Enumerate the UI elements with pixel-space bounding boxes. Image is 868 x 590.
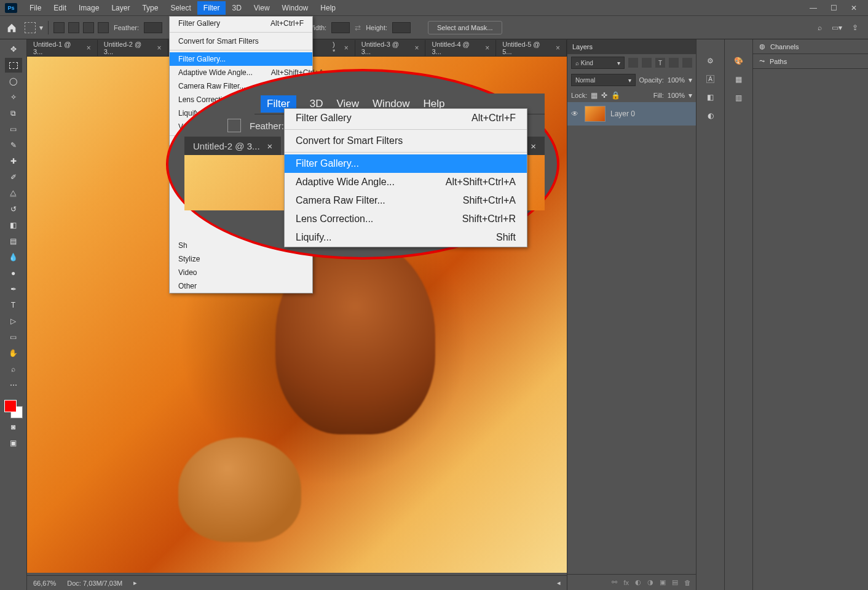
select-and-mask-button[interactable]: Select and Mask...	[428, 21, 502, 34]
zoom-item-adaptive-wide[interactable]: Adaptive Wide Angle...Alt+Shift+Ctrl+A	[285, 173, 527, 191]
move-tool-icon[interactable]: ✥	[5, 42, 22, 57]
width-input[interactable]	[331, 22, 350, 33]
history-brush-icon[interactable]: ↺	[5, 202, 22, 217]
menu-item-video[interactable]: Video	[170, 266, 312, 279]
screen-mode-icon[interactable]: ▣	[5, 436, 22, 450]
close-icon[interactable]: ×	[267, 141, 273, 151]
menu-3d[interactable]: 3D	[226, 1, 247, 15]
marquee-tool-icon[interactable]	[5, 58, 22, 73]
close-icon[interactable]: ×	[556, 44, 560, 52]
close-icon[interactable]: ×	[414, 44, 419, 52]
close-icon[interactable]: ×	[531, 141, 536, 151]
new-layer-icon[interactable]: ▤	[672, 578, 678, 586]
layer-fx-icon[interactable]: fx	[623, 579, 629, 586]
clone-stamp-icon[interactable]: ⧋	[5, 186, 22, 201]
zoom-item-camera-raw[interactable]: Camera Raw Filter...Shift+Ctrl+A	[285, 191, 527, 210]
lock-all-icon[interactable]: 🔒	[611, 91, 620, 100]
close-icon[interactable]: ×	[485, 44, 489, 52]
blur-tool-icon[interactable]: 💧	[5, 250, 22, 265]
menu-item-filter-gallery[interactable]: Filter Gallery...	[170, 52, 312, 66]
swap-icon[interactable]: ⇄	[355, 23, 361, 32]
eraser-tool-icon[interactable]: ◧	[5, 218, 22, 233]
healing-brush-icon[interactable]: ✚	[5, 154, 22, 169]
zoom-item-convert-smart[interactable]: Convert for Smart Filters	[285, 132, 527, 150]
doc-size[interactable]: Doc: 7,03M/7,03M	[67, 580, 122, 587]
dodge-tool-icon[interactable]: ●	[5, 266, 22, 281]
group-icon[interactable]: ▣	[660, 578, 666, 586]
tab-hidden-marker[interactable]: ) *×	[326, 40, 355, 56]
filter-smart-icon[interactable]	[682, 58, 692, 68]
crop-tool-icon[interactable]: ⧉	[5, 106, 22, 121]
menu-view[interactable]: View	[248, 1, 276, 15]
home-icon[interactable]	[4, 20, 20, 36]
chevron-down-icon[interactable]: ▾	[39, 23, 43, 32]
glyphs-icon[interactable]: A	[706, 75, 714, 83]
tab-untitled-2[interactable]: Untitled-2 @ 3...×	[98, 40, 168, 56]
shape-tool-icon[interactable]: ▭	[5, 330, 22, 345]
adjustment-layer-icon[interactable]: ◑	[647, 578, 653, 586]
layer-kind-filter[interactable]: ⌕ Kind▾	[571, 57, 625, 69]
close-icon[interactable]: ✕	[851, 4, 857, 12]
visibility-icon[interactable]: 👁	[571, 110, 580, 118]
quick-mask-icon[interactable]: ◙	[5, 420, 22, 434]
maximize-icon[interactable]: ☐	[831, 4, 837, 12]
zoom-item-filter-gallery[interactable]: Filter Gallery...	[285, 154, 527, 173]
feather-input[interactable]	[144, 22, 162, 33]
layer-name[interactable]: Layer 0	[610, 110, 635, 118]
menu-window[interactable]: Window	[276, 1, 315, 15]
layers-panel-header[interactable]: Layers	[567, 39, 696, 54]
lasso-tool-icon[interactable]: ◯	[5, 74, 22, 89]
tab-untitled-5[interactable]: Untitled-5 @ 5...×	[496, 40, 567, 56]
minimize-icon[interactable]: —	[810, 4, 817, 12]
tab-untitled-3[interactable]: Untitled-3 @ 3...×	[355, 40, 426, 56]
zoom-level[interactable]: 66,67%	[33, 580, 56, 587]
lock-pixels-icon[interactable]: ▦	[591, 91, 598, 100]
layer-thumbnail[interactable]	[585, 106, 606, 122]
zoom-item-lens-correction[interactable]: Lens Correction...Shift+Ctrl+R	[285, 210, 527, 228]
filter-shape-icon[interactable]	[669, 58, 679, 68]
filter-pixel-icon[interactable]	[628, 58, 638, 68]
menu-type[interactable]: Type	[136, 1, 164, 15]
menu-item-convert-smart[interactable]: Convert for Smart Filters	[170, 34, 312, 48]
path-select-icon[interactable]: ▷	[5, 314, 22, 329]
menu-filter[interactable]: Filter	[197, 1, 226, 15]
menu-item-last-filter[interactable]: Filter GalleryAlt+Ctrl+F	[170, 17, 312, 30]
subtract-selection-icon[interactable]	[83, 22, 94, 33]
tab-untitled-1[interactable]: Untitled-1 @ 3...×	[27, 40, 98, 56]
layer-mask-icon[interactable]: ◐	[635, 578, 641, 586]
zoom-item-liquify[interactable]: Liquify...Shift	[285, 228, 527, 247]
frame-tool-icon[interactable]: ▭	[5, 122, 22, 137]
close-icon[interactable]: ×	[87, 44, 91, 52]
scroll-left-icon[interactable]: ◂	[557, 579, 561, 587]
link-layers-icon[interactable]: ⚯	[612, 578, 617, 586]
magic-wand-icon[interactable]: ✧	[5, 90, 22, 105]
menu-item-stylize[interactable]: Stylize	[170, 252, 312, 266]
opacity-value[interactable]: 100%	[668, 76, 685, 84]
blend-mode-select[interactable]: Normal▾	[571, 74, 636, 86]
adjustments-icon[interactable]: ⚙	[707, 57, 714, 65]
gradient-tool-icon[interactable]: ▤	[5, 234, 22, 249]
color-swatch[interactable]	[4, 400, 23, 418]
menu-item-other[interactable]: Other	[170, 279, 312, 293]
libraries-icon[interactable]: ▥	[735, 94, 742, 102]
properties-icon[interactable]: ◐	[708, 111, 714, 120]
menu-image[interactable]: Image	[73, 1, 105, 15]
intersect-selection-icon[interactable]	[98, 22, 109, 33]
delete-layer-icon[interactable]: 🗑	[684, 579, 691, 586]
zoom-tab[interactable]: Untitled-2 @ 3...×	[184, 137, 281, 155]
close-icon[interactable]: ×	[344, 44, 349, 52]
styles-icon[interactable]: ◧	[707, 93, 714, 102]
zoom-item-last-filter[interactable]: Filter GalleryAlt+Ctrl+F	[285, 109, 527, 127]
new-selection-icon[interactable]	[53, 22, 65, 33]
pen-tool-icon[interactable]: ✒	[5, 282, 22, 297]
search-icon[interactable]: ⌕	[818, 23, 822, 32]
tab-untitled-4[interactable]: Untitled-4 @ 3...×	[425, 40, 496, 56]
filter-adjust-icon[interactable]	[642, 58, 652, 68]
workspace-icon[interactable]: ▭▾	[832, 23, 842, 32]
zoom-intersect-icon[interactable]	[227, 119, 241, 132]
menu-select[interactable]: Select	[164, 1, 197, 15]
menu-layer[interactable]: Layer	[105, 1, 136, 15]
eyedropper-icon[interactable]: ✎	[5, 138, 22, 153]
color-icon[interactable]: 🎨	[734, 57, 743, 65]
height-input[interactable]	[392, 22, 411, 33]
